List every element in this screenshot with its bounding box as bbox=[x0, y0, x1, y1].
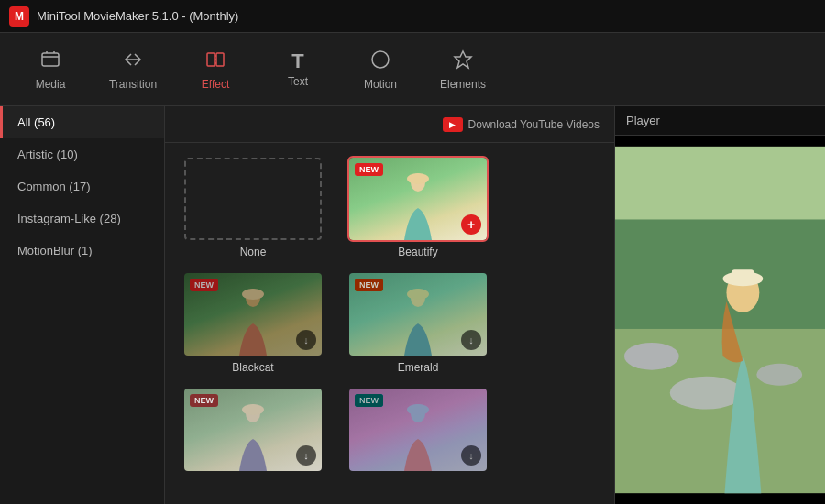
svg-rect-23 bbox=[732, 269, 754, 280]
youtube-icon: ▶ bbox=[443, 117, 463, 132]
content-panel: ▶ Download YouTube Videos Beautify None … bbox=[165, 106, 614, 504]
figure-emerald bbox=[395, 287, 441, 356]
elements-label: Elements bbox=[440, 78, 486, 91]
toolbar-item-motion[interactable]: Motion bbox=[339, 38, 422, 102]
svg-rect-2 bbox=[216, 53, 224, 66]
motion-icon bbox=[369, 49, 391, 74]
toolbar-item-text[interactable]: T Text bbox=[257, 38, 339, 102]
elements-icon bbox=[452, 49, 474, 74]
download-button-6[interactable]: ↓ bbox=[461, 445, 481, 466]
player-preview bbox=[615, 136, 825, 504]
effect-thumb-beautify[interactable]: NEW + bbox=[349, 158, 487, 240]
badge-new-blackcat: NEW bbox=[190, 279, 218, 291]
svg-point-6 bbox=[407, 173, 429, 184]
app-logo: M bbox=[9, 6, 29, 27]
yt-download-label: Download YouTube Videos bbox=[468, 118, 600, 131]
effect-emerald[interactable]: NEW ↓ Emerald bbox=[345, 273, 491, 374]
effect-thumb-5[interactable]: NEW ↓ bbox=[184, 389, 322, 471]
transition-icon bbox=[122, 49, 144, 74]
effect-label: Effect bbox=[202, 78, 229, 91]
svg-point-14 bbox=[407, 404, 429, 415]
content-topbar: ▶ Download YouTube Videos bbox=[165, 106, 614, 143]
download-button-5[interactable]: ↓ bbox=[296, 445, 316, 466]
svg-rect-0 bbox=[42, 53, 59, 66]
badge-new-emerald: NEW bbox=[355, 279, 383, 291]
main-area: All (56) Artistic (10) Common (17) Insta… bbox=[0, 106, 825, 504]
toolbar-item-media[interactable]: Media bbox=[9, 38, 92, 102]
app-title: MiniTool MovieMaker 5.1.0 - (Monthly) bbox=[37, 9, 238, 23]
effect-label-none: None bbox=[240, 246, 267, 258]
svg-marker-4 bbox=[455, 51, 471, 68]
text-icon: T bbox=[292, 51, 303, 71]
add-button-beautify[interactable]: + bbox=[461, 214, 481, 235]
svg-point-10 bbox=[407, 289, 429, 300]
badge-new-5: NEW bbox=[190, 394, 218, 407]
svg-point-12 bbox=[242, 404, 264, 415]
effect-none[interactable]: None bbox=[180, 158, 326, 258]
effect-thumb-none[interactable] bbox=[184, 158, 322, 240]
sidebar-item-artistic[interactable]: Artistic (10) bbox=[0, 138, 164, 170]
titlebar: M MiniTool MovieMaker 5.1.0 - (Monthly) bbox=[0, 0, 825, 33]
effect-label-blackcat: Blackcat bbox=[232, 361, 273, 374]
svg-point-19 bbox=[756, 364, 802, 386]
badge-new-beautify: NEW bbox=[355, 163, 383, 176]
effect-label-beautify: Beautify bbox=[398, 246, 437, 258]
svg-point-3 bbox=[372, 51, 389, 68]
toolbar-item-effect[interactable]: Effect bbox=[174, 38, 257, 102]
sidebar-item-instagram[interactable]: Instagram-Like (28) bbox=[0, 203, 164, 235]
figure-blackcat bbox=[230, 287, 276, 356]
svg-point-18 bbox=[624, 343, 679, 370]
download-button-blackcat[interactable]: ↓ bbox=[296, 330, 316, 350]
svg-point-20 bbox=[670, 377, 743, 410]
media-label: Media bbox=[36, 78, 66, 91]
toolbar-item-elements[interactable]: Elements bbox=[422, 38, 504, 102]
player-panel: Player bbox=[614, 106, 825, 504]
toolbar: Media Transition Effect T Text bbox=[0, 33, 825, 106]
sidebar-item-motionblur[interactable]: MotionBlur (1) bbox=[0, 235, 164, 267]
effect-thumb-6[interactable]: NEW ↓ bbox=[349, 389, 487, 471]
sidebar-item-all[interactable]: All (56) bbox=[0, 106, 164, 138]
figure-5 bbox=[230, 402, 276, 471]
svg-rect-16 bbox=[615, 219, 825, 346]
sidebar-item-common[interactable]: Common (17) bbox=[0, 170, 164, 203]
media-icon bbox=[39, 49, 61, 74]
preview-image bbox=[615, 136, 825, 504]
effect-blackcat[interactable]: NEW ↓ Blackcat bbox=[180, 273, 326, 374]
transition-label: Transition bbox=[109, 78, 157, 91]
player-label: Player bbox=[615, 106, 825, 136]
yt-download-button[interactable]: ▶ Download YouTube Videos bbox=[443, 117, 600, 132]
effect-label-emerald: Emerald bbox=[398, 361, 439, 374]
effect-thumb-emerald[interactable]: NEW ↓ bbox=[349, 273, 487, 356]
motion-label: Motion bbox=[364, 78, 397, 91]
effect-5[interactable]: NEW ↓ bbox=[180, 389, 326, 477]
effect-icon bbox=[204, 49, 226, 74]
svg-rect-1 bbox=[207, 53, 214, 66]
effects-grid: None NEW + Beautify bbox=[165, 143, 614, 504]
figure-beautify bbox=[395, 171, 441, 240]
toolbar-item-transition[interactable]: Transition bbox=[92, 38, 174, 102]
badge-new-6: NEW bbox=[355, 394, 383, 407]
effect-beautify[interactable]: NEW + Beautify bbox=[345, 158, 491, 258]
download-button-emerald[interactable]: ↓ bbox=[461, 330, 481, 350]
text-label: Text bbox=[288, 75, 308, 88]
svg-point-8 bbox=[242, 289, 264, 300]
effect-6[interactable]: NEW ↓ bbox=[345, 389, 491, 477]
sidebar: All (56) Artistic (10) Common (17) Insta… bbox=[0, 106, 165, 504]
figure-6 bbox=[395, 402, 441, 471]
effect-thumb-blackcat[interactable]: NEW ↓ bbox=[184, 273, 322, 356]
